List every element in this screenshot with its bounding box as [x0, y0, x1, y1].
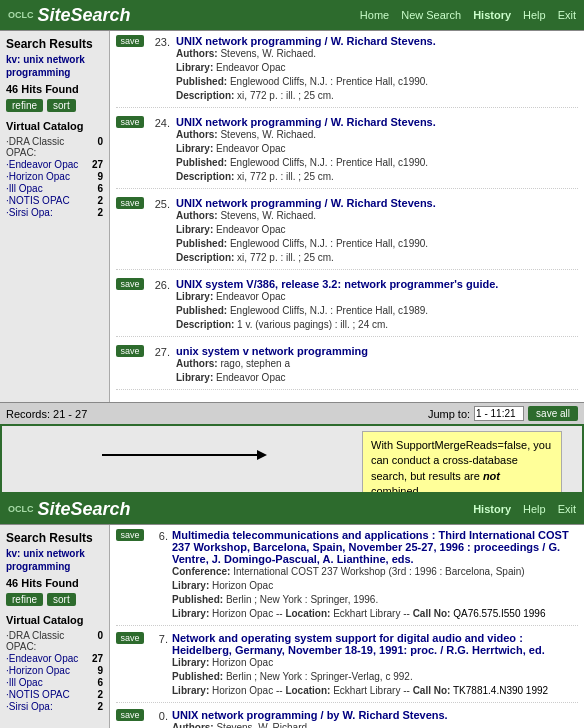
result-content: UNIX system V/386, release 3.2: network …	[176, 278, 578, 332]
exit-link1[interactable]: Exit	[558, 9, 576, 21]
sitesearch-logo: SiteSearch	[38, 5, 131, 26]
callout-text1: With SupportMergeReads=false, you can co…	[371, 439, 551, 482]
table-row: save 24. UNIX network programming / W. R…	[116, 116, 578, 189]
result-title[interactable]: UNIX system V/386, release 3.2: network …	[176, 278, 498, 290]
catalog-count: 0	[97, 630, 103, 652]
save-button[interactable]: save	[116, 529, 144, 541]
result-number: 23.	[150, 35, 170, 48]
hits-count1: 46 Hits Found	[6, 83, 103, 95]
catalog-link[interactable]: ·NOTIS OPAC	[6, 195, 70, 206]
result-published: Published: Englewood Cliffs, N.J. : Pren…	[176, 237, 578, 251]
result-published: Published: Englewood Cliffs, N.J. : Pren…	[176, 156, 578, 170]
catalog-item: ·Ill Opac6	[6, 677, 103, 688]
catalog-count: 9	[97, 665, 103, 676]
catalog-link[interactable]: ·Ill Opac	[6, 183, 43, 194]
catalog-item: ·Sirsi Opa:2	[6, 207, 103, 218]
catalog-name: ·DRA Classic OPAC:	[6, 630, 97, 652]
callout-box: With SupportMergeReads=false, you can co…	[362, 431, 562, 494]
result-title[interactable]: UNIX network programming / W. Richard St…	[176, 35, 436, 47]
result-description: Description: xi, 772 p. : ill. ; 25 cm.	[176, 251, 578, 265]
kv-query2: kv: unix network programming	[6, 547, 103, 573]
catalog-item: ·NOTIS OPAC2	[6, 689, 103, 700]
help-link1[interactable]: Help	[523, 9, 546, 21]
refine-button2[interactable]: refine	[6, 593, 43, 606]
result-number: 7.	[148, 632, 168, 645]
callout-section: With SupportMergeReads=false, you can co…	[0, 424, 584, 494]
result-title[interactable]: UNIX network programming / W. Richard St…	[176, 116, 436, 128]
virtual-catalog-title2: Virtual Catalog	[6, 614, 103, 626]
table-row: save 27. unix system v network programmi…	[116, 345, 578, 390]
result-location: Library: Horizon Opac -- Location: Eckha…	[172, 607, 578, 621]
save-button[interactable]: save	[116, 709, 144, 721]
save-button[interactable]: save	[116, 116, 144, 128]
catalog-link[interactable]: ·Sirsi Opa:	[6, 207, 53, 218]
save-button[interactable]: save	[116, 632, 144, 644]
save-button[interactable]: save	[116, 197, 144, 209]
result-library: Library: Endeavor Opac	[176, 142, 578, 156]
result-title[interactable]: UNIX network programming / W. Richard St…	[176, 197, 436, 209]
result-library: Library: Endeavor Opac	[176, 223, 578, 237]
sort-button2[interactable]: sort	[47, 593, 76, 606]
kv-query1: kv: unix network programming	[6, 53, 103, 79]
save-button[interactable]: save	[116, 35, 144, 47]
catalog-count: 27	[92, 159, 103, 170]
refine-button1[interactable]: refine	[6, 99, 43, 112]
catalog-count: 2	[97, 195, 103, 206]
catalog-item: ·Endeavor Opac27	[6, 159, 103, 170]
search-results-title2: Search Results	[6, 531, 103, 545]
catalog-link[interactable]: ·NOTIS OPAC	[6, 689, 70, 700]
result-description: Description: xi, 772 p. : ill. ; 25 cm.	[176, 170, 578, 184]
exit-link2[interactable]: Exit	[558, 503, 576, 515]
result-published: Published: Berlin ; New York : Springer-…	[172, 670, 578, 684]
history-link2[interactable]: History	[473, 503, 511, 515]
result-published: Published: Englewood Cliffs, N.J. : Pren…	[176, 304, 578, 318]
catalog-list1: ·DRA Classic OPAC:0·Endeavor Opac27·Hori…	[6, 136, 103, 218]
result-library: Library: Horizon Opac	[172, 579, 578, 593]
results-list2: save 6. Multimedia telecommunications an…	[116, 529, 578, 728]
result-library: Library: Endeavor Opac	[176, 371, 578, 385]
table-row: save 23. UNIX network programming / W. R…	[116, 35, 578, 108]
save-button[interactable]: save	[116, 278, 144, 290]
catalog-item: ·DRA Classic OPAC:0	[6, 630, 103, 652]
result-authors: Authors: rago, stephen a	[176, 357, 578, 371]
catalog-link[interactable]: ·Endeavor Opac	[6, 159, 78, 170]
catalog-link[interactable]: ·Horizon Opac	[6, 665, 70, 676]
result-authors: Authors: Stevens, W. Richard.	[172, 721, 578, 728]
catalog-count: 0	[97, 136, 103, 158]
result-number: 27.	[150, 345, 170, 358]
result-title[interactable]: UNIX network programming / by W. Richard…	[172, 709, 448, 721]
save-button[interactable]: save	[116, 345, 144, 357]
virtual-catalog-title1: Virtual Catalog	[6, 120, 103, 132]
catalog-link[interactable]: ·Sirsi Opa:	[6, 701, 53, 712]
sort-button1[interactable]: sort	[47, 99, 76, 112]
result-content: UNIX network programming / W. Richard St…	[176, 35, 578, 103]
new-search-link1[interactable]: New Search	[401, 9, 461, 21]
table-row: save 6. Multimedia telecommunications an…	[116, 529, 578, 626]
catalog-link[interactable]: ·Ill Opac	[6, 677, 43, 688]
catalog-count: 6	[97, 677, 103, 688]
arrow-head	[257, 450, 267, 460]
catalog-count: 27	[92, 653, 103, 664]
sitesearch-logo2: SiteSearch	[38, 499, 131, 520]
result-authors: Authors: Stevens, W. Richaed.	[176, 47, 578, 61]
history-link1[interactable]: History	[473, 9, 511, 21]
home-link1[interactable]: Home	[360, 9, 389, 21]
catalog-link[interactable]: ·Endeavor Opac	[6, 653, 78, 664]
jump-input1[interactable]	[474, 406, 524, 421]
panel1: OCLC SiteSearch Home New Search History …	[0, 0, 584, 494]
result-description: Description: 1 v. (various pagings) : il…	[176, 318, 578, 332]
result-content: unix system v network programming Author…	[176, 345, 578, 385]
result-published: Published: Englewood Cliffs, N.J. : Pren…	[176, 75, 578, 89]
result-title[interactable]: Multimedia telecommunications and applic…	[172, 529, 569, 565]
header-nav2: History Help Exit	[473, 503, 576, 515]
result-title[interactable]: unix system v network programming	[176, 345, 368, 357]
result-title[interactable]: Network and operating system support for…	[172, 632, 545, 656]
help-link2[interactable]: Help	[523, 503, 546, 515]
result-row: save 0. UNIX network programming / by W.…	[116, 709, 578, 728]
save-all-button1[interactable]: save all	[528, 406, 578, 421]
header2: OCLC SiteSearch History Help Exit	[0, 494, 584, 524]
catalog-link[interactable]: ·Horizon Opac	[6, 171, 70, 182]
jump-label1: Jump to:	[428, 408, 470, 420]
result-content: Multimedia telecommunications and applic…	[172, 529, 578, 621]
sidebar-buttons2: refine sort	[6, 593, 103, 606]
